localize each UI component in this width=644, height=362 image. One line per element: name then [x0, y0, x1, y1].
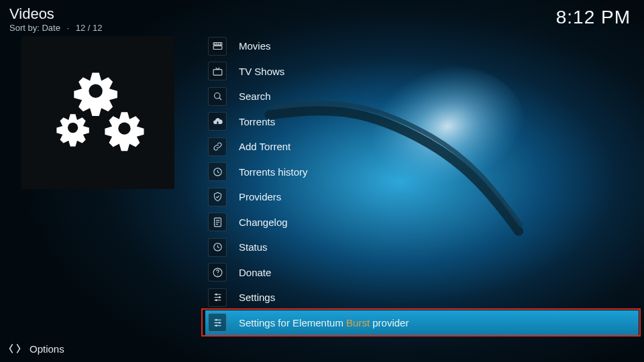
page-title: Videos [9, 5, 103, 22]
menu-item-label: Add Torrent [239, 141, 290, 152]
sort-value: Date [42, 23, 60, 33]
menu-item[interactable]: Status [205, 235, 639, 260]
menu-item-label: Status [239, 241, 268, 253]
menu-item[interactable]: TV Shows [205, 59, 639, 84]
sort-label: Sort by: [9, 23, 40, 33]
menu-item[interactable]: Movies [205, 34, 639, 59]
separator: · [67, 23, 70, 33]
menu-item[interactable]: Changelog [205, 210, 639, 235]
menu-item[interactable]: Settings for Elementum Burst provider [205, 310, 639, 336]
doc-icon [208, 213, 227, 231]
options-button[interactable]: Options [8, 342, 64, 355]
menu-item-label: Movies [239, 40, 271, 52]
addon-artwork [21, 36, 174, 189]
menu-item-label: Changelog [239, 217, 288, 228]
header: Videos Sort by: Date · 12 / 12 [9, 5, 103, 34]
svg-point-2 [118, 122, 130, 134]
item-count: 12 / 12 [76, 23, 103, 33]
menu-item[interactable]: Search [205, 84, 639, 109]
menu-item-label: Settings [239, 292, 275, 303]
menu-item-label: Donate [239, 267, 271, 278]
tv-icon [208, 62, 227, 80]
svg-point-3 [68, 123, 78, 133]
search-icon [208, 87, 227, 106]
svg-point-1 [89, 84, 102, 98]
menu-item[interactable]: Providers [205, 184, 639, 210]
help-icon [208, 263, 227, 282]
menu-item[interactable]: Torrents history [205, 160, 639, 185]
menu-item-label: Torrents history [239, 166, 308, 178]
menu-item[interactable]: Torrents [205, 109, 639, 135]
movies-icon [208, 37, 227, 56]
link-icon [208, 137, 227, 156]
gears-icon [41, 56, 155, 170]
menu-item-label: Settings for Elementum Burst provider [239, 317, 409, 328]
menu-item[interactable]: Settings [205, 285, 639, 310]
options-icon [8, 342, 21, 355]
history-icon [208, 162, 227, 181]
menu-item[interactable]: Donate [205, 260, 639, 286]
menu-item-label: Torrents [239, 116, 275, 127]
sort-status: Sort by: Date · 12 / 12 [9, 23, 103, 34]
menu-item-label: Providers [239, 191, 281, 202]
history-icon [208, 238, 227, 257]
sliders-icon [208, 288, 227, 307]
menu-item-label: Search [239, 90, 271, 102]
menu-item-label: TV Shows [239, 66, 284, 77]
menu-item[interactable]: Add Torrent [205, 134, 639, 160]
options-label: Options [30, 343, 64, 355]
clock: 8:12 PM [556, 7, 631, 28]
sliders-icon [208, 313, 227, 332]
cloud-down-icon [208, 112, 227, 131]
shield-icon [208, 188, 227, 206]
menu-list: MoviesTV ShowsSearchTorrentsAdd TorrentT… [205, 34, 639, 335]
